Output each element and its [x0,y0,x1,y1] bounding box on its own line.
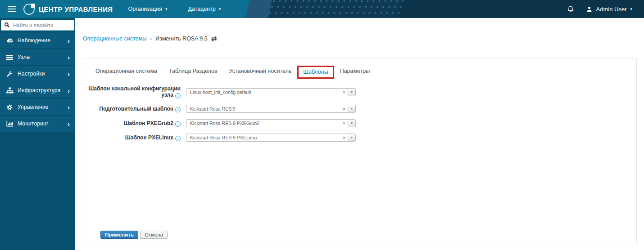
sidebar-item-monitoring[interactable]: Мониторинг › [0,115,75,132]
clear-icon[interactable]: × [340,89,348,96]
select-value: Kickstart Rosa RES 9 PXELinux [186,134,340,141]
gauge-icon [6,37,14,44]
info-icon[interactable]: i [175,107,181,112]
top-navbar: ЦЕНТР УПРАВЛЕНИЯ Организация ▾ Датацентр… [0,0,644,18]
field-label: Шаблон PXEGrub2 [123,120,173,126]
tab-parameters[interactable]: Параметры [334,65,376,78]
breadcrumb: Операционные системы › Изменить ROSA 9.5… [83,35,644,42]
chevron-right-icon: › [68,121,70,127]
pxelinux-template-select[interactable]: Kickstart Rosa RES 9 PXELinux × ▾ [186,134,356,142]
chart-icon [6,121,14,127]
caret-down-icon: ▾ [630,7,632,11]
dropdown-toggle[interactable]: ▾ [348,89,355,96]
sidebar-item-monitor[interactable]: Наблюдение › [0,32,75,49]
edit-os-card: Операционная система Таблица Разделов Ус… [83,58,637,244]
form-actions: Применить Отмена [100,231,636,239]
location-dropdown[interactable]: Датацентр ▾ [188,6,221,12]
info-icon[interactable]: i [175,121,181,127]
info-icon[interactable]: i [175,93,181,98]
caret-down-icon: ▾ [165,7,168,11]
sidebar-item-infrastructure[interactable]: Инфраструктура › [0,82,75,98]
breadcrumb-current: Изменить ROSA 9.5 [155,36,207,42]
sidebar-search [1,20,74,31]
clear-icon[interactable]: × [340,134,348,141]
info-icon[interactable]: i [175,136,181,141]
sidebar-filler [0,132,75,250]
organization-dropdown[interactable]: Организация ▾ [128,6,168,12]
provisioning-template-select[interactable]: Kickstart Rosa RES 9 × ▾ [186,105,356,113]
select-value: Kickstart Rosa RES 9 PXEGrub2 [186,120,340,127]
field-label: Шаблон начальной конфигурации узла [88,85,181,98]
form-row-host-init-config: Шаблон начальной конфигурации узлаi Linu… [83,85,636,98]
switcher-swap-icon[interactable]: ⇄ [211,35,217,42]
dropdown-toggle[interactable]: ▾ [348,134,355,141]
sidebar: Наблюдение › Узлы › Настройки › [0,18,75,250]
tab-installation-media[interactable]: Установочный носитель [223,65,298,78]
field-label: Шаблон PXELinux [125,134,173,141]
field-label: Подготовительный шаблон [99,106,173,112]
form-row-pxegrub2-template: Шаблон PXEGrub2i Kickstart Rosa RES 9 PX… [83,119,636,127]
dropdown-toggle[interactable]: ▾ [348,120,355,127]
hamburger-menu-icon[interactable] [0,0,23,18]
brand-title: ЦЕНТР УПРАВЛЕНИЯ [39,5,113,13]
clear-icon[interactable]: × [340,105,348,112]
submit-button[interactable]: Применить [100,231,138,239]
breadcrumb-separator: › [150,36,152,42]
chevron-right-icon: › [68,54,70,61]
search-icon [4,22,10,28]
chevron-right-icon: › [68,104,70,111]
main-content: Операционные системы › Изменить ROSA 9.5… [75,18,644,250]
caret-down-icon: ▾ [219,7,221,11]
templates-form: Шаблон начальной конфигурации узлаi Linu… [83,85,636,239]
caret-down-icon: ▾ [351,121,353,125]
caret-down-icon: ▾ [351,107,353,111]
breadcrumb-link-operating-systems[interactable]: Операционные системы [83,36,146,42]
wrench-icon [6,71,14,77]
tab-partition-table[interactable]: Таблица Разделов [163,65,223,78]
list-icon [6,54,14,60]
sidebar-item-administer[interactable]: Управление › [0,98,75,115]
select-value: Linux host_init_config default [186,89,340,96]
chevron-right-icon: › [68,87,70,94]
notifications-bell-icon[interactable] [567,5,574,13]
form-row-pxelinux-template: Шаблон PXELinuxi Kickstart Rosa RES 9 PX… [83,134,636,142]
tab-templates[interactable]: Шаблоны [297,66,334,79]
brand-logo [23,4,35,15]
chevron-right-icon: › [68,37,70,44]
dropdown-toggle[interactable]: ▾ [348,105,355,112]
caret-down-icon: ▾ [351,90,353,94]
chevron-right-icon: › [68,71,70,77]
cancel-button[interactable]: Отмена [140,231,168,239]
tab-bar: Операционная система Таблица Разделов Ус… [90,65,630,78]
sidebar-item-configure[interactable]: Настройки › [0,65,75,82]
pxegrub2-template-select[interactable]: Kickstart Rosa RES 9 PXEGrub2 × ▾ [186,119,356,127]
select-value: Kickstart Rosa RES 9 [186,105,340,112]
search-input[interactable] [1,20,74,31]
user-name: Admin User [596,6,627,13]
caret-down-icon: ▾ [351,136,353,139]
tab-operating-system[interactable]: Операционная система [90,65,163,78]
clear-icon[interactable]: × [340,120,348,127]
user-avatar-icon [586,6,593,13]
host-init-config-select[interactable]: Linux host_init_config default × ▾ [186,88,356,96]
gear-icon [6,104,14,111]
user-menu[interactable]: Admin User ▾ [586,6,632,13]
form-row-provisioning-template: Подготовительный шаблонi Kickstart Rosa … [83,105,636,113]
sidebar-item-hosts[interactable]: Узлы › [0,49,75,65]
sitemap-icon [6,87,14,94]
